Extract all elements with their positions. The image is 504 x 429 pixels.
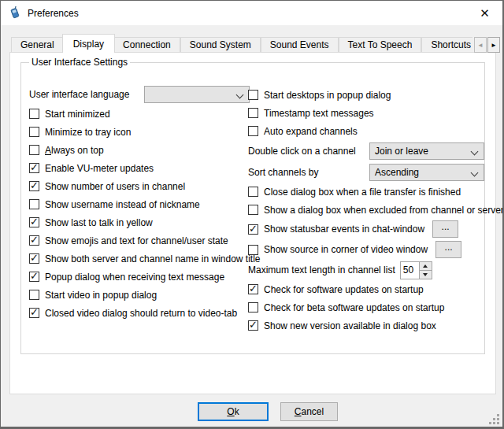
chevron-down-icon (471, 168, 479, 176)
spinner-down-icon[interactable] (420, 271, 432, 279)
checkbox[interactable] (248, 187, 258, 197)
checkbox[interactable] (248, 245, 258, 255)
option-row: Show username instead of nickname (29, 195, 250, 213)
display-tab-page: User Interface Settings User interface l… (9, 52, 496, 394)
language-label: User interface language (29, 89, 129, 100)
max-text-length-row: Maximum text length in channel list 50 (248, 260, 484, 280)
statusbar-events-row: Show statusbar events in chat-window ... (248, 219, 484, 239)
option-row: Check for software updates on startup (248, 280, 484, 298)
tab-text-to-speech[interactable]: Text To Speech (339, 37, 422, 53)
titlebar: Preferences ✕ (1, 1, 502, 25)
checkbox[interactable] (29, 181, 39, 191)
checkbox[interactable] (248, 205, 258, 215)
ui-settings-groupbox: User Interface Settings User interface l… (20, 62, 485, 354)
tab-general[interactable]: General (11, 37, 64, 53)
checkbox[interactable] (248, 320, 258, 331)
cancel-button[interactable]: Cancel (280, 402, 338, 421)
option-row: Show number of users in channel (29, 177, 250, 195)
option-row: Auto expand channels (248, 122, 484, 140)
checkbox[interactable] (248, 224, 258, 235)
option-row: Show both server and channel name in win… (29, 250, 250, 268)
option-row: Popup dialog when receiving text message (29, 268, 250, 286)
option-row: Minimize to tray icon (29, 123, 250, 141)
spinner-value[interactable]: 50 (401, 262, 419, 279)
option-row: Always on top (29, 141, 250, 159)
preferences-dialog: Preferences ✕ General Display Connection… (0, 0, 504, 429)
tab-sound-events[interactable]: Sound Events (261, 37, 339, 53)
tab-bar: General Display Connection Sound System … (11, 34, 472, 53)
language-row: User interface language (29, 84, 250, 105)
video-source-row: Show source in corner of video window ..… (248, 239, 484, 260)
checkbox[interactable] (29, 109, 39, 119)
checkbox[interactable] (29, 290, 39, 300)
sort-channels-label: Sort channels by (248, 167, 318, 178)
checkbox[interactable] (29, 199, 39, 209)
right-column: Start desktops in popup dialog Timestamp… (248, 86, 484, 335)
language-combobox[interactable] (144, 86, 250, 103)
max-text-length-spinner[interactable]: 50 (400, 261, 432, 279)
tab-sound-system[interactable]: Sound System (180, 37, 261, 53)
option-row: Show emojis and text for channel/user st… (29, 231, 250, 250)
tab-scroll-right-icon[interactable]: ► (487, 37, 500, 53)
option-row: Enable VU-meter updates (29, 159, 250, 177)
option-row: Show new version available in dialog box (248, 316, 484, 335)
tab-shortcuts[interactable]: Shortcuts (421, 37, 472, 53)
checkbox[interactable] (29, 163, 39, 173)
tab-display[interactable]: Display (62, 34, 115, 53)
checkbox[interactable] (29, 235, 39, 246)
double-click-combobox[interactable]: Join or leave (369, 142, 484, 160)
checkbox[interactable] (248, 126, 258, 136)
sort-channels-combobox[interactable]: Ascending (369, 164, 484, 181)
option-row: Closed video dialog should return to vid… (29, 304, 250, 322)
groupbox-title: User Interface Settings (29, 57, 130, 68)
option-row: Start minimized (29, 105, 250, 123)
option-row: Timestamp text messages (248, 104, 484, 122)
sort-channels-row: Sort channels by Ascending (248, 161, 484, 183)
option-row: Show a dialog box when excluded from cha… (248, 201, 484, 219)
option-row: Start video in popup dialog (29, 286, 250, 304)
option-row: Start desktops in popup dialog (248, 86, 484, 104)
checkbox[interactable] (248, 90, 258, 100)
double-click-label: Double click on a channel (248, 146, 356, 157)
tab-scroll-left-icon[interactable]: ◄ (474, 37, 487, 53)
video-source-ellipsis-button[interactable]: ... (435, 241, 461, 258)
close-icon[interactable]: ✕ (467, 1, 502, 25)
option-row: Close dialog box when a file transfer is… (248, 183, 484, 201)
chevron-down-icon (471, 147, 479, 155)
checkbox[interactable] (29, 127, 39, 137)
max-text-length-label: Maximum text length in channel list (248, 264, 395, 276)
checkbox[interactable] (29, 217, 39, 227)
statusbar-events-ellipsis-button[interactable]: ... (432, 220, 458, 238)
left-column: User interface language Start minimized … (29, 84, 250, 322)
tab-connection[interactable]: Connection (113, 37, 180, 53)
checkbox[interactable] (248, 284, 258, 294)
option-row: Show last to talk in yellow (29, 213, 250, 231)
ok-button[interactable]: Ok (198, 402, 269, 421)
checkbox[interactable] (248, 302, 258, 313)
checkbox[interactable] (29, 272, 39, 282)
checkbox[interactable] (29, 145, 39, 155)
double-click-row: Double click on a channel Join or leave (248, 140, 484, 161)
checkbox[interactable] (29, 308, 39, 318)
option-row: Check for beta software updates on start… (248, 298, 484, 316)
checkbox[interactable] (29, 253, 39, 264)
resize-grip[interactable] (490, 415, 499, 424)
window-title: Preferences (28, 8, 79, 19)
app-icon (8, 6, 21, 20)
spinner-up-icon[interactable] (420, 262, 432, 271)
chevron-down-icon (236, 91, 244, 99)
checkbox[interactable] (248, 108, 258, 118)
